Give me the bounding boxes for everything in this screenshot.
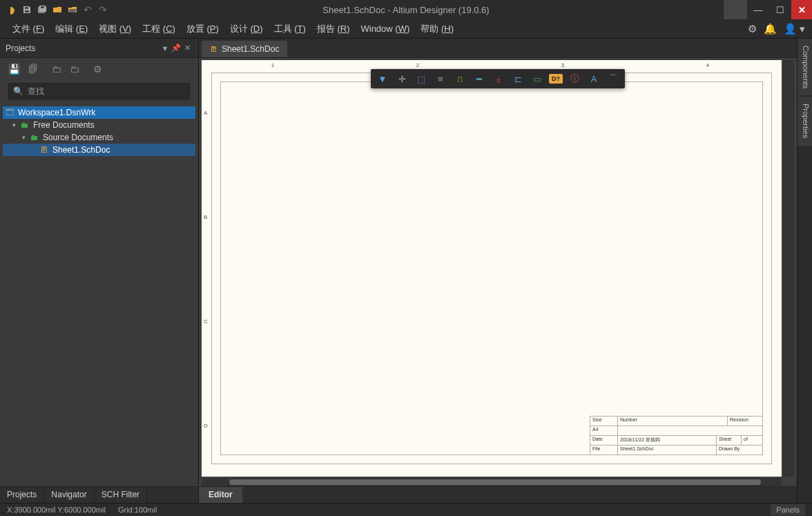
menu-help[interactable]: 帮助 (H) [415, 20, 459, 38]
place-text-icon[interactable]: A [586, 71, 601, 86]
open-icon[interactable] [51, 3, 64, 16]
account-icon[interactable]: 👤 ▾ [784, 23, 805, 35]
panels-button[interactable]: Panels [771, 504, 805, 515]
workspace-icon: 🗔 [6, 108, 18, 117]
horizontal-scrollbar[interactable] [202, 478, 782, 486]
close-button[interactable]: ✕ [791, 0, 812, 19]
expand-icon[interactable]: ▾ [22, 134, 30, 141]
tab-projects[interactable]: Projects [0, 487, 44, 503]
minimize-button[interactable]: — [747, 0, 769, 19]
menu-file[interactable]: 文件 (F) [7, 20, 50, 38]
ruler-h-3: 3 [561, 62, 564, 68]
open-project-icon[interactable] [66, 3, 79, 16]
tb-number [618, 426, 762, 435]
selection-icon[interactable]: ⬚ [414, 71, 429, 86]
proj-save-icon[interactable]: 💾 [8, 64, 20, 75]
move-icon[interactable]: ✛ [394, 71, 409, 86]
settings-icon[interactable]: ⚙ [748, 23, 757, 35]
place-arc-icon[interactable]: ⌒ [606, 71, 621, 86]
menu-edit[interactable]: 编辑 (E) [50, 20, 93, 38]
menubar: 文件 (F) 编辑 (E) 视图 (V) 工程 (C) 放置 (P) 设计 (D… [0, 19, 812, 39]
svg-rect-2 [41, 6, 44, 8]
document-tab-label: Sheet1.SchDoc [222, 44, 279, 54]
ruler-h-1: 1 [271, 62, 274, 68]
app-logo-icon: ◗ [6, 3, 18, 16]
ruler-v-d: D [204, 423, 208, 429]
tb-size: A4 [590, 426, 618, 435]
save-all-icon[interactable] [36, 3, 48, 16]
titlebar: ◗ ↶ ↷ Sheet1.SchDoc - Altium Designer (1… [0, 0, 812, 19]
menu-project[interactable]: 工程 (C) [137, 20, 181, 38]
undo-icon[interactable]: ↶ [81, 3, 94, 16]
window-controls: — ☐ ✕ [724, 0, 812, 19]
tab-editor[interactable]: Editor [199, 487, 242, 503]
proj-folder2-icon[interactable]: 🗀 [70, 64, 79, 75]
editor-area: 🖹 Sheet1.SchDoc 1 2 3 4 A B C D [199, 39, 797, 503]
scrollbar-thumb[interactable] [229, 479, 761, 485]
side-tab-properties[interactable]: Properties [798, 97, 812, 145]
menu-report[interactable]: 报告 (R) [311, 20, 356, 38]
tb-number-label: Number [618, 417, 728, 426]
align-icon[interactable]: ≡ [433, 71, 448, 86]
proj-compile-icon[interactable]: 🗐 [28, 64, 38, 75]
ruler-h-2: 2 [416, 62, 419, 68]
ruler-v-c: C [204, 318, 208, 325]
title-block: Size Number Revision A4 Date 2018/11/22 … [590, 416, 762, 455]
menu-design[interactable]: 设计 (D) [224, 20, 269, 38]
notifications-icon[interactable]: 🔔 [764, 23, 777, 35]
window-title: Sheet1.SchDoc - Altium Designer (19.0.6) [322, 5, 489, 15]
tb-file-label: File [590, 446, 618, 455]
tree-sheet[interactable]: 🖹 Sheet1.SchDoc [3, 144, 195, 156]
menu-place[interactable]: 放置 (P) [181, 20, 224, 38]
ruler-v-b: B [204, 214, 207, 220]
tb-date: 2018/11/22 星期四 [618, 436, 717, 445]
schematic-file-icon: 🖹 [40, 145, 52, 155]
menu-window[interactable]: Window (W) [355, 21, 415, 37]
projects-panel-header: Projects ▼ 📌 ✕ [0, 39, 198, 58]
place-port-icon[interactable]: ⊏ [510, 71, 525, 86]
status-coordinates: X:3900.000mil Y:6000.000mil [7, 506, 106, 514]
vertical-scrollbar[interactable] [783, 60, 794, 477]
right-side-panels: Components Properties [797, 39, 812, 503]
panel-dropdown-icon[interactable]: ▼ [160, 44, 171, 52]
place-gnd-icon[interactable]: ⏚ [491, 71, 506, 86]
ruler-h-4: 4 [706, 62, 709, 68]
projects-panel-title: Projects [6, 44, 35, 53]
tb-date-label: Date [590, 436, 618, 445]
sheet-border: Size Number Revision A4 Date 2018/11/22 … [211, 73, 772, 464]
save-icon[interactable] [21, 3, 33, 16]
expand-icon[interactable]: ▾ [12, 122, 21, 128]
tab-sch-filter[interactable]: SCH Filter [95, 487, 147, 503]
place-sheet-symbol-icon[interactable]: ▭ [530, 71, 545, 86]
tb-drawn-label: Drawn By [717, 446, 762, 455]
tb-sheet-label: Sheet [717, 436, 742, 445]
filter-icon[interactable]: ▼ [375, 71, 390, 86]
place-part-icon[interactable]: ⎍ [452, 71, 467, 86]
redo-icon[interactable]: ↷ [97, 3, 109, 16]
side-tab-components[interactable]: Components [798, 39, 812, 95]
place-wire-icon[interactable]: ━ [472, 71, 487, 86]
tb-file: Sheet1.SchDoc [618, 446, 717, 455]
projects-search[interactable]: 🔍 查找 [8, 83, 190, 99]
proj-folder1-icon[interactable]: 🗀 [52, 64, 61, 75]
status-grid: Grid:100mil [118, 506, 157, 514]
menu-view[interactable]: 视图 (V) [93, 20, 137, 38]
panel-close-icon[interactable]: ✕ [182, 44, 193, 52]
document-tabs: 🖹 Sheet1.SchDoc [199, 39, 797, 58]
place-noerc-icon[interactable]: ⓘ [567, 71, 582, 86]
schematic-canvas[interactable]: 1 2 3 4 A B C D Size Number Revision [202, 60, 782, 477]
tree-label: Source Documents [43, 133, 113, 142]
proj-settings-icon[interactable]: ⚙ [93, 64, 102, 75]
tree-source-documents[interactable]: ▾ 🖿 Source Documents [3, 131, 195, 144]
maximize-button[interactable]: ☐ [769, 0, 791, 19]
place-designator-icon[interactable]: D? [549, 74, 563, 84]
panel-pin-icon[interactable]: 📌 [171, 44, 182, 52]
tab-navigator[interactable]: Navigator [44, 487, 94, 503]
menu-tools[interactable]: 工具 (T) [269, 20, 311, 38]
editor-mode-tabs: Editor [199, 486, 797, 503]
document-tab-sheet1[interactable]: 🖹 Sheet1.SchDoc [202, 41, 287, 57]
tree-workspace[interactable]: 🗔 Workspace1.DsnWrk [3, 106, 195, 119]
tree-free-documents[interactable]: ▾ 🖿 Free Documents [3, 119, 195, 131]
tb-revision-label: Revision [728, 417, 762, 426]
sheet-inner: Size Number Revision A4 Date 2018/11/22 … [220, 82, 763, 455]
